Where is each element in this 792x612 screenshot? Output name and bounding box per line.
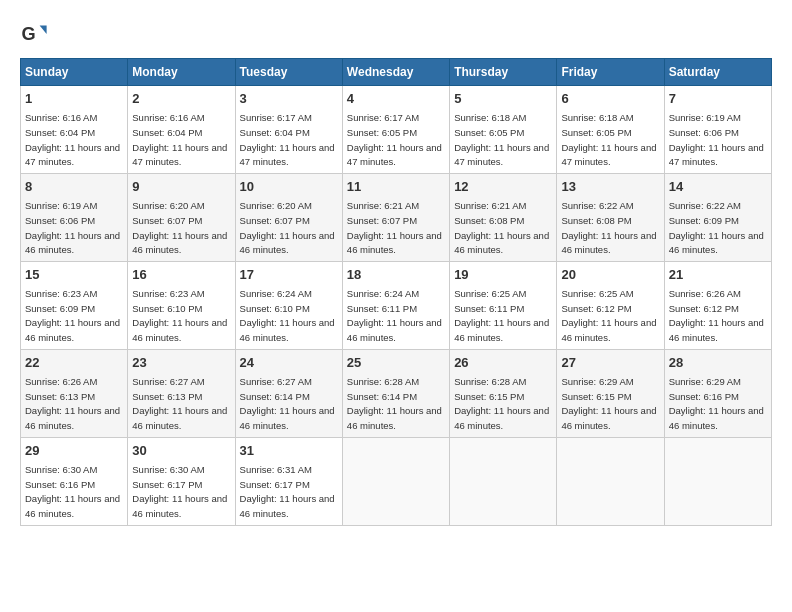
day-number: 8 [25,178,123,196]
day-info: Sunrise: 6:21 AMSunset: 6:08 PMDaylight:… [454,200,549,255]
day-number: 12 [454,178,552,196]
day-info: Sunrise: 6:29 AMSunset: 6:16 PMDaylight:… [669,376,764,431]
calendar-day-cell: 7 Sunrise: 6:19 AMSunset: 6:06 PMDayligh… [664,86,771,174]
day-of-week-header: Tuesday [235,59,342,86]
day-info: Sunrise: 6:27 AMSunset: 6:13 PMDaylight:… [132,376,227,431]
calendar-day-cell: 22 Sunrise: 6:26 AMSunset: 6:13 PMDaylig… [21,349,128,437]
day-info: Sunrise: 6:28 AMSunset: 6:15 PMDaylight:… [454,376,549,431]
calendar-day-cell: 23 Sunrise: 6:27 AMSunset: 6:13 PMDaylig… [128,349,235,437]
day-info: Sunrise: 6:16 AMSunset: 6:04 PMDaylight:… [25,112,120,167]
calendar-day-cell: 13 Sunrise: 6:22 AMSunset: 6:08 PMDaylig… [557,173,664,261]
day-info: Sunrise: 6:23 AMSunset: 6:09 PMDaylight:… [25,288,120,343]
day-number: 30 [132,442,230,460]
day-of-week-header: Friday [557,59,664,86]
day-number: 6 [561,90,659,108]
calendar-day-cell: 19 Sunrise: 6:25 AMSunset: 6:11 PMDaylig… [450,261,557,349]
empty-cell [450,437,557,525]
day-info: Sunrise: 6:28 AMSunset: 6:14 PMDaylight:… [347,376,442,431]
day-info: Sunrise: 6:20 AMSunset: 6:07 PMDaylight:… [240,200,335,255]
day-info: Sunrise: 6:16 AMSunset: 6:04 PMDaylight:… [132,112,227,167]
calendar-day-cell: 27 Sunrise: 6:29 AMSunset: 6:15 PMDaylig… [557,349,664,437]
day-info: Sunrise: 6:17 AMSunset: 6:04 PMDaylight:… [240,112,335,167]
day-number: 7 [669,90,767,108]
calendar-day-cell: 31 Sunrise: 6:31 AMSunset: 6:17 PMDaylig… [235,437,342,525]
calendar-day-cell: 29 Sunrise: 6:30 AMSunset: 6:16 PMDaylig… [21,437,128,525]
calendar-day-cell: 25 Sunrise: 6:28 AMSunset: 6:14 PMDaylig… [342,349,449,437]
svg-marker-1 [40,26,47,34]
day-info: Sunrise: 6:19 AMSunset: 6:06 PMDaylight:… [25,200,120,255]
day-info: Sunrise: 6:17 AMSunset: 6:05 PMDaylight:… [347,112,442,167]
calendar-day-cell: 16 Sunrise: 6:23 AMSunset: 6:10 PMDaylig… [128,261,235,349]
empty-cell [664,437,771,525]
day-info: Sunrise: 6:29 AMSunset: 6:15 PMDaylight:… [561,376,656,431]
day-info: Sunrise: 6:25 AMSunset: 6:12 PMDaylight:… [561,288,656,343]
day-number: 14 [669,178,767,196]
day-number: 21 [669,266,767,284]
day-number: 29 [25,442,123,460]
day-number: 24 [240,354,338,372]
day-number: 23 [132,354,230,372]
day-number: 26 [454,354,552,372]
day-info: Sunrise: 6:27 AMSunset: 6:14 PMDaylight:… [240,376,335,431]
day-number: 20 [561,266,659,284]
calendar-table: SundayMondayTuesdayWednesdayThursdayFrid… [20,58,772,526]
day-of-week-header: Wednesday [342,59,449,86]
day-info: Sunrise: 6:22 AMSunset: 6:09 PMDaylight:… [669,200,764,255]
day-number: 10 [240,178,338,196]
day-info: Sunrise: 6:18 AMSunset: 6:05 PMDaylight:… [561,112,656,167]
day-info: Sunrise: 6:23 AMSunset: 6:10 PMDaylight:… [132,288,227,343]
empty-cell [557,437,664,525]
day-info: Sunrise: 6:26 AMSunset: 6:12 PMDaylight:… [669,288,764,343]
day-number: 3 [240,90,338,108]
day-info: Sunrise: 6:30 AMSunset: 6:16 PMDaylight:… [25,464,120,519]
calendar-day-cell: 9 Sunrise: 6:20 AMSunset: 6:07 PMDayligh… [128,173,235,261]
calendar-day-cell: 5 Sunrise: 6:18 AMSunset: 6:05 PMDayligh… [450,86,557,174]
day-number: 31 [240,442,338,460]
svg-text:G: G [21,24,35,44]
day-number: 9 [132,178,230,196]
day-of-week-header: Saturday [664,59,771,86]
calendar-day-cell: 15 Sunrise: 6:23 AMSunset: 6:09 PMDaylig… [21,261,128,349]
day-of-week-header: Monday [128,59,235,86]
logo: G [20,20,52,48]
day-info: Sunrise: 6:22 AMSunset: 6:08 PMDaylight:… [561,200,656,255]
day-number: 1 [25,90,123,108]
day-number: 28 [669,354,767,372]
calendar-day-cell: 4 Sunrise: 6:17 AMSunset: 6:05 PMDayligh… [342,86,449,174]
day-info: Sunrise: 6:24 AMSunset: 6:10 PMDaylight:… [240,288,335,343]
calendar-day-cell: 26 Sunrise: 6:28 AMSunset: 6:15 PMDaylig… [450,349,557,437]
day-info: Sunrise: 6:18 AMSunset: 6:05 PMDaylight:… [454,112,549,167]
calendar-day-cell: 6 Sunrise: 6:18 AMSunset: 6:05 PMDayligh… [557,86,664,174]
calendar-day-cell: 3 Sunrise: 6:17 AMSunset: 6:04 PMDayligh… [235,86,342,174]
calendar-day-cell: 14 Sunrise: 6:22 AMSunset: 6:09 PMDaylig… [664,173,771,261]
day-number: 4 [347,90,445,108]
day-info: Sunrise: 6:31 AMSunset: 6:17 PMDaylight:… [240,464,335,519]
calendar-day-cell: 10 Sunrise: 6:20 AMSunset: 6:07 PMDaylig… [235,173,342,261]
calendar-day-cell: 1 Sunrise: 6:16 AMSunset: 6:04 PMDayligh… [21,86,128,174]
day-info: Sunrise: 6:19 AMSunset: 6:06 PMDaylight:… [669,112,764,167]
day-number: 27 [561,354,659,372]
empty-cell [342,437,449,525]
day-number: 17 [240,266,338,284]
calendar-day-cell: 17 Sunrise: 6:24 AMSunset: 6:10 PMDaylig… [235,261,342,349]
day-number: 16 [132,266,230,284]
day-number: 13 [561,178,659,196]
page-header: G [20,20,772,48]
day-info: Sunrise: 6:20 AMSunset: 6:07 PMDaylight:… [132,200,227,255]
day-info: Sunrise: 6:21 AMSunset: 6:07 PMDaylight:… [347,200,442,255]
calendar-day-cell: 21 Sunrise: 6:26 AMSunset: 6:12 PMDaylig… [664,261,771,349]
day-info: Sunrise: 6:30 AMSunset: 6:17 PMDaylight:… [132,464,227,519]
day-info: Sunrise: 6:26 AMSunset: 6:13 PMDaylight:… [25,376,120,431]
calendar-day-cell: 28 Sunrise: 6:29 AMSunset: 6:16 PMDaylig… [664,349,771,437]
day-number: 18 [347,266,445,284]
day-number: 11 [347,178,445,196]
day-of-week-header: Thursday [450,59,557,86]
calendar-day-cell: 8 Sunrise: 6:19 AMSunset: 6:06 PMDayligh… [21,173,128,261]
calendar-day-cell: 30 Sunrise: 6:30 AMSunset: 6:17 PMDaylig… [128,437,235,525]
day-info: Sunrise: 6:25 AMSunset: 6:11 PMDaylight:… [454,288,549,343]
calendar-day-cell: 11 Sunrise: 6:21 AMSunset: 6:07 PMDaylig… [342,173,449,261]
day-number: 19 [454,266,552,284]
calendar-day-cell: 18 Sunrise: 6:24 AMSunset: 6:11 PMDaylig… [342,261,449,349]
day-number: 25 [347,354,445,372]
day-number: 5 [454,90,552,108]
